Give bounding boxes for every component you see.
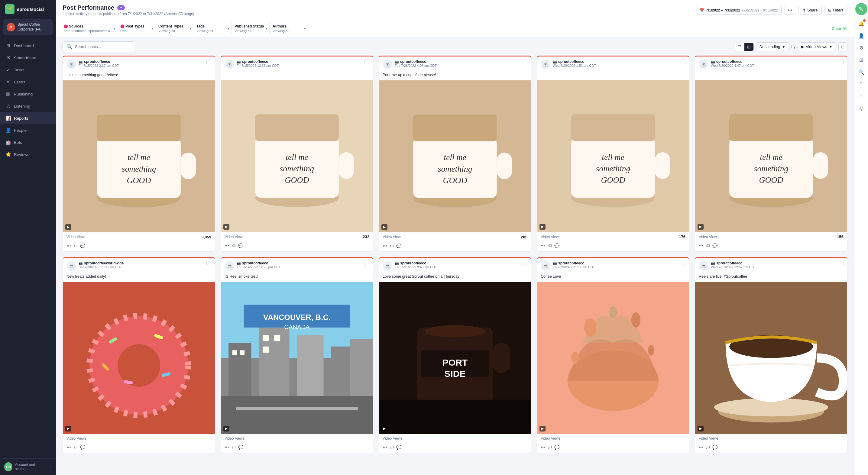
svg-rect-60: [262, 346, 269, 352]
tag-button[interactable]: 🏷: [706, 243, 710, 248]
sidebar-item-tasks[interactable]: ✓ Tasks: [0, 64, 56, 76]
published-status-chevron-icon: ▼: [265, 27, 268, 30]
tag-button[interactable]: 🏷: [706, 445, 710, 450]
post-header: ☕ 📷 sproutcoffeeco Wed 7/20/2022 1:51 pm…: [537, 57, 689, 71]
org-switcher[interactable]: S Sprout Coffee Corporate (PA): [3, 19, 53, 35]
tags-filter[interactable]: Tags Viewing all ▼: [195, 22, 231, 34]
svg-text:something: something: [438, 164, 472, 173]
more-actions-button[interactable]: •••: [383, 445, 387, 450]
post-text: [695, 71, 847, 80]
post-checkbox[interactable]: [523, 60, 527, 64]
comment-button[interactable]: 💬: [554, 243, 559, 248]
more-actions-button[interactable]: •••: [699, 243, 703, 248]
more-actions-button[interactable]: •••: [541, 445, 545, 450]
post-checkbox[interactable]: [681, 60, 685, 64]
share-button[interactable]: ⬆ Share: [799, 6, 822, 14]
sidebar-item-bots[interactable]: 🤖 Bots: [0, 136, 56, 148]
tag-button[interactable]: 🏷: [548, 243, 552, 248]
more-options-button[interactable]: •••: [784, 6, 796, 14]
svg-text:GOOD: GOOD: [127, 175, 151, 185]
more-actions-button[interactable]: •••: [699, 445, 703, 450]
ai-badge-icon: ✦: [120, 6, 122, 10]
help-icon[interactable]: ?: [856, 78, 867, 89]
post-account-name: 📷 sproutcoffeeco: [553, 261, 678, 265]
sidebar-item-feeds[interactable]: ≡ Feeds: [0, 76, 56, 88]
channels-icon[interactable]: ≡: [856, 91, 867, 101]
sort-order-select[interactable]: Descending ▼: [756, 42, 789, 51]
published-status-filter[interactable]: Published Status Viewing all ▼: [233, 22, 270, 34]
comment-button[interactable]: 💬: [396, 244, 401, 248]
post-checkbox[interactable]: [839, 60, 843, 64]
more-actions-button[interactable]: •••: [383, 244, 387, 248]
post-checkbox[interactable]: [207, 60, 211, 64]
more-actions-button[interactable]: •••: [224, 243, 229, 248]
sidebar-item-dashboard[interactable]: ⊞ Dashboard: [0, 40, 56, 52]
metric-select[interactable]: ▶ Video Views ▼: [798, 42, 836, 51]
title-area: Post Performance ✦ Lifetime activity on …: [63, 4, 194, 16]
post-checkbox[interactable]: [365, 60, 369, 64]
sidebar-item-reviews[interactable]: ⭐ Reviews: [0, 148, 56, 160]
sidebar-item-label: Bots: [14, 140, 22, 145]
post-checkbox[interactable]: [839, 261, 843, 266]
account-settings[interactable]: CH Account and settings →: [0, 458, 56, 475]
date-range-selector[interactable]: 📅 7/1/2022 – 7/31/2022 vs 6/1/2022 – 6/3…: [696, 6, 781, 14]
user-circle-icon[interactable]: ◎: [856, 103, 867, 114]
sidebar-item-publishing[interactable]: ▦ Publishing: [0, 88, 56, 100]
search-input[interactable]: [75, 44, 131, 49]
comment-button[interactable]: 💬: [238, 445, 243, 450]
post-account-info: 📷 sproutcoffeeco Thu 7/21/2022 9:46 am C…: [395, 261, 520, 269]
comment-button[interactable]: 💬: [80, 445, 85, 450]
more-actions-button[interactable]: •••: [66, 244, 71, 248]
comment-button[interactable]: 💬: [712, 445, 717, 450]
tag-button[interactable]: 🏷: [231, 243, 236, 248]
sidebar-item-listening[interactable]: ◎ Listening: [0, 100, 56, 112]
tag-button[interactable]: 🏷: [73, 244, 78, 248]
tag-button[interactable]: 🏷: [548, 445, 552, 450]
sort-chevron-icon: ▼: [781, 44, 785, 49]
profile-icon[interactable]: 👤: [856, 30, 867, 41]
settings-rail-icon[interactable]: ⚙: [856, 42, 867, 53]
instagram-icon: 📷: [395, 60, 399, 64]
notifications-icon[interactable]: 🔔: [856, 18, 867, 29]
filters-button[interactable]: ⊟ Filters: [824, 6, 847, 14]
tag-button[interactable]: 🏷: [390, 244, 394, 248]
post-types-filter[interactable]: ⬤ Post Types Reel ▼: [119, 22, 155, 34]
more-actions-button[interactable]: •••: [224, 445, 229, 450]
donut-illustration: [63, 282, 215, 434]
list-view-button[interactable]: ☰: [735, 43, 744, 51]
tag-button[interactable]: 🏷: [390, 445, 394, 450]
search-rail-icon[interactable]: 🔍: [856, 66, 867, 77]
authors-filter[interactable]: Authors Viewing all ▼: [271, 22, 308, 34]
sidebar-item-reports[interactable]: 📊 Reports: [0, 112, 56, 124]
more-actions-button[interactable]: •••: [541, 243, 545, 248]
tag-button[interactable]: 🏷: [73, 445, 78, 450]
compose-button[interactable]: ✎: [855, 3, 867, 15]
svg-text:something: something: [596, 164, 630, 173]
post-checkbox[interactable]: [523, 261, 527, 266]
post-checkbox[interactable]: [365, 261, 369, 266]
comment-button[interactable]: 💬: [712, 243, 717, 248]
post-checkbox[interactable]: [681, 261, 685, 266]
post-header: ☕ 📷 sproutcoffeeco Thu 7/14/2022 12:20 p…: [221, 258, 373, 273]
sidebar-item-smart-inbox[interactable]: ✉ Smart Inbox: [0, 52, 56, 64]
grid-view-button[interactable]: ⊞: [744, 43, 753, 51]
more-actions-button[interactable]: •••: [66, 445, 71, 450]
bots-icon: 🤖: [5, 139, 11, 145]
grid-options-button[interactable]: ⊟: [838, 42, 847, 51]
comment-button[interactable]: 💬: [396, 445, 401, 450]
comment-button[interactable]: 💬: [554, 445, 559, 450]
post-platform-avatar: ☕: [699, 261, 708, 271]
content-types-filter[interactable]: Content Types Viewing all ▼: [157, 22, 193, 34]
post-platform-avatar: ☕: [541, 60, 550, 69]
clear-all-button[interactable]: Clear All: [832, 26, 847, 31]
sidebar-item-people[interactable]: 👤 People: [0, 124, 56, 136]
tag-button[interactable]: 🏷: [231, 445, 236, 450]
svg-point-77: [631, 312, 641, 327]
post-header: ☕ 📷 sproutcoffeeco Wed 7/27/2022 12:52 p…: [695, 258, 847, 273]
post-checkbox[interactable]: [207, 261, 211, 266]
grid-apps-icon[interactable]: ⊞: [856, 54, 867, 65]
comment-button[interactable]: 💬: [238, 243, 243, 248]
sources-filter[interactable]: ⬤ Sources sproutcoffeeco, sproutcoffeew.…: [63, 22, 117, 34]
comment-button[interactable]: 💬: [80, 244, 85, 248]
post-actions: ••• 🏷 💬: [221, 242, 373, 251]
